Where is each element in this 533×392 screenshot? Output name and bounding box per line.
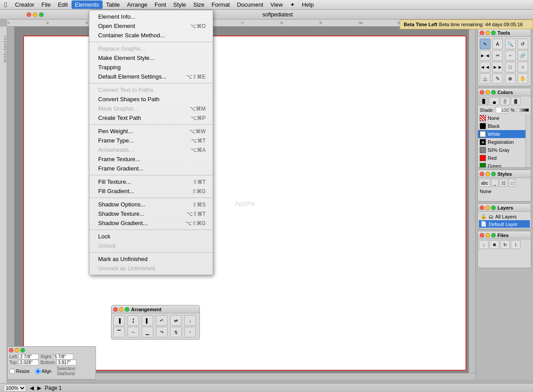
layer-default[interactable]: 📄 Default Layer xyxy=(479,220,530,228)
tool-rect[interactable]: □ xyxy=(505,62,516,72)
menubar-arrange[interactable]: Arrange xyxy=(123,0,151,9)
color-white[interactable]: White xyxy=(478,130,525,138)
menu-mark-unfinished[interactable]: Mark as Unfinished xyxy=(89,254,213,264)
arr-move-back[interactable]: ↓ xyxy=(184,315,196,326)
arr-align-center-h[interactable]: ╏ xyxy=(127,315,139,326)
tool-zoom[interactable]: 🔍 xyxy=(505,39,516,49)
apple-menu[interactable]:  xyxy=(0,0,12,10)
color-black[interactable]: Black xyxy=(478,122,525,130)
menubar-view[interactable]: View xyxy=(267,0,286,9)
arr-rotate-cw[interactable]: ↷ xyxy=(156,327,167,337)
menubar-creator[interactable]: Creator xyxy=(12,0,38,9)
info-maximize[interactable] xyxy=(20,348,25,352)
color-tab-pattern[interactable]: ▒ xyxy=(500,97,510,105)
colors-maximize[interactable] xyxy=(491,90,496,95)
menu-shadow-texture[interactable]: Shadow Texture... ⌥⇧⌘T xyxy=(89,209,213,218)
resize-radio[interactable] xyxy=(9,368,15,374)
resize-radio-label[interactable]: Resize xyxy=(9,366,30,376)
color-red[interactable]: Red xyxy=(478,154,525,162)
arr-flip-h[interactable]: ⇄ xyxy=(170,315,182,326)
menu-lock[interactable]: Lock xyxy=(89,232,213,241)
maximize-button[interactable] xyxy=(39,12,44,17)
layers-minimize[interactable] xyxy=(485,206,490,210)
arr-minimize[interactable] xyxy=(119,307,123,312)
color-green[interactable]: Green xyxy=(478,162,525,167)
arr-flip-v[interactable]: ⇅ xyxy=(170,327,182,337)
tool-back[interactable]: ◄◄ xyxy=(480,62,490,72)
menubar-font[interactable]: Font xyxy=(151,0,170,9)
style-tab-box[interactable]: □ xyxy=(509,179,516,187)
colors-scrollbar[interactable] xyxy=(525,114,531,167)
layer-all[interactable]: 🔒 🗂 All Layers xyxy=(479,213,530,220)
styles-minimize[interactable] xyxy=(485,172,490,176)
styles-maximize[interactable] xyxy=(491,172,496,176)
align-radio[interactable] xyxy=(35,368,41,374)
menubar-elements[interactable]: Elements xyxy=(72,0,103,9)
align-radio-label[interactable]: Align xyxy=(35,366,52,376)
colors-close[interactable] xyxy=(480,90,484,95)
info-close[interactable] xyxy=(9,348,13,352)
file-info-btn[interactable]: i xyxy=(511,240,521,249)
tool-oval[interactable]: ○ xyxy=(517,62,528,72)
file-import-btn[interactable]: ↓ xyxy=(479,240,489,249)
menu-open-element[interactable]: Open Element ⌥⌘O xyxy=(89,21,213,31)
menu-shadow-gradient[interactable]: Shadow Gradient... ⌥⇧⌘G xyxy=(89,218,213,228)
zoom-select[interactable]: 100% 50% 200% 75% xyxy=(4,384,26,392)
minimize-button[interactable] xyxy=(33,12,37,17)
tool-rotate[interactable]: ↺ xyxy=(517,39,528,49)
shade-input[interactable] xyxy=(496,107,509,113)
menu-frame-gradient[interactable]: Frame Gradient... xyxy=(89,164,213,173)
styles-close[interactable] xyxy=(480,172,484,176)
file-refresh-btn[interactable]: ↻ xyxy=(500,240,510,249)
arr-align-bottom[interactable]: ▁ xyxy=(142,327,153,337)
arr-rotate-ccw[interactable]: ↶ xyxy=(156,315,167,326)
tools-close[interactable] xyxy=(480,31,484,35)
menubar-help[interactable]: Help xyxy=(298,0,318,9)
shade-slider[interactable] xyxy=(517,108,529,112)
tool-select[interactable]: ↖ xyxy=(480,39,490,49)
arr-move-front[interactable]: ↑ xyxy=(184,327,196,337)
tool-link[interactable]: 🔗 xyxy=(517,50,528,61)
menu-make-element-style[interactable]: Make Element Style... xyxy=(89,53,213,63)
menu-pen-weight[interactable]: Pen Weight... ⌥⌘W xyxy=(89,127,213,136)
tool-zoomin2[interactable]: ⊕ xyxy=(505,73,516,84)
tool-move[interactable]: ►◄ xyxy=(480,50,490,61)
layers-maximize[interactable] xyxy=(491,206,496,210)
arr-align-right[interactable]: ▌ xyxy=(142,315,153,326)
tool-hand[interactable]: ✋ xyxy=(517,73,528,84)
zoom-icon-prev[interactable]: ◀ xyxy=(30,385,34,391)
color-registration[interactable]: ⊕ Registration xyxy=(478,138,525,146)
file-delete-btn[interactable]: ✖ xyxy=(489,240,499,249)
arr-close[interactable] xyxy=(113,307,118,312)
color-tab-texture[interactable]: ▓ xyxy=(511,97,521,105)
color-none[interactable]: None xyxy=(478,114,525,122)
menu-element-info[interactable]: Element Info... xyxy=(89,12,213,21)
files-close[interactable] xyxy=(480,233,484,238)
colors-minimize[interactable] xyxy=(485,90,490,95)
arr-align-top[interactable]: ▔ xyxy=(113,327,125,337)
style-tab-grid[interactable]: ☷ xyxy=(499,179,508,187)
tool-zoom-out[interactable]: − xyxy=(505,50,516,61)
style-tab-lines[interactable]: ⎯ xyxy=(491,179,498,187)
style-tab-text[interactable]: abc xyxy=(479,179,490,187)
layers-close[interactable] xyxy=(480,206,484,210)
menu-fill-texture[interactable]: Fill Texture... ⇧⌘T xyxy=(89,177,213,186)
tool-text[interactable]: A xyxy=(492,39,503,49)
menu-shadow-options[interactable]: Shadow Options... ⇧⌘S xyxy=(89,200,213,209)
arr-align-middle-v[interactable]: ─ xyxy=(127,327,139,337)
menu-convert-shapes-path[interactable]: Convert Shapes to Path xyxy=(89,95,213,104)
tools-maximize[interactable] xyxy=(491,31,496,35)
menubar-extra[interactable]: ✦ xyxy=(286,0,298,9)
files-minimize[interactable] xyxy=(485,233,490,238)
menu-default-element-settings[interactable]: Default Element Settings... ⌥⇧⌘E xyxy=(89,72,213,81)
tool-forward[interactable]: ►► xyxy=(492,62,503,72)
tool-tri[interactable]: △ xyxy=(480,73,490,84)
menu-frame-texture[interactable]: Frame Texture... xyxy=(89,154,213,164)
menu-fill-gradient[interactable]: Fill Gradient... ⇧⌘G xyxy=(89,186,213,196)
menubar-format[interactable]: Format xyxy=(208,0,233,9)
arr-maximize[interactable] xyxy=(125,307,129,312)
close-button[interactable] xyxy=(27,12,31,17)
info-minimize[interactable] xyxy=(15,348,19,352)
color-tab-solid[interactable]: █ xyxy=(479,97,489,105)
tool-pen[interactable]: ✎ xyxy=(492,73,503,84)
